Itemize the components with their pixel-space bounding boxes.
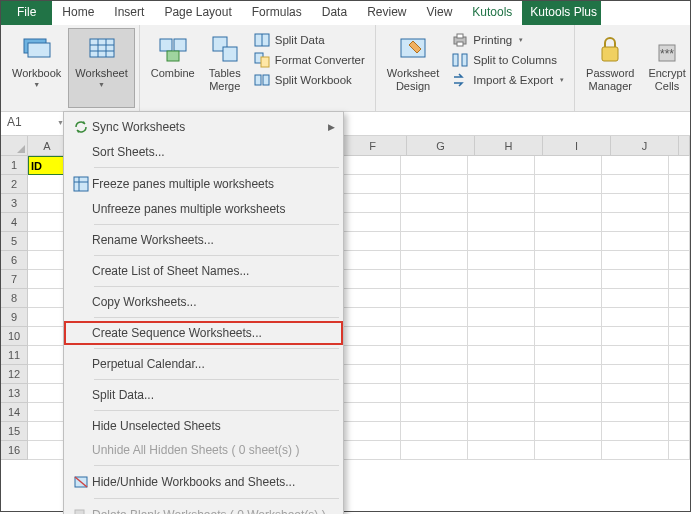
split-to-columns-button[interactable]: Split to Columns: [452, 52, 564, 68]
cell-I1[interactable]: [535, 156, 602, 175]
row-header-14[interactable]: 14: [1, 403, 28, 422]
col-header-A[interactable]: A: [28, 136, 67, 156]
tab-page-layout[interactable]: Page Layout: [154, 1, 241, 25]
row-header-13[interactable]: 13: [1, 384, 28, 403]
col-header-G[interactable]: G: [407, 136, 475, 156]
cell-A2[interactable]: [28, 175, 66, 194]
cell-J9[interactable]: [602, 308, 669, 327]
col-header-H[interactable]: H: [475, 136, 543, 156]
cell-F2[interactable]: [334, 175, 401, 194]
cell-H4[interactable]: [468, 213, 535, 232]
cell-F12[interactable]: [334, 365, 401, 384]
row-header-16[interactable]: 16: [1, 441, 28, 460]
cell-F11[interactable]: [334, 346, 401, 365]
cell-J15[interactable]: [602, 422, 669, 441]
name-box[interactable]: A1 ▼: [1, 112, 69, 135]
tab-data[interactable]: Data: [312, 1, 357, 25]
cell-H2[interactable]: [468, 175, 535, 194]
cell-G2[interactable]: [401, 175, 468, 194]
cell-I6[interactable]: [535, 251, 602, 270]
cell-F9[interactable]: [334, 308, 401, 327]
row-header-6[interactable]: 6: [1, 251, 28, 270]
tables-merge-button[interactable]: Tables Merge: [202, 28, 248, 108]
cell-H12[interactable]: [468, 365, 535, 384]
menu-item[interactable]: Rename Worksheets...: [64, 228, 343, 252]
cell-I9[interactable]: [535, 308, 602, 327]
tab-view[interactable]: View: [417, 1, 463, 25]
row-header-15[interactable]: 15: [1, 422, 28, 441]
tab-kutools[interactable]: Kutools: [462, 1, 522, 25]
workbook-button[interactable]: Workbook ▼: [5, 28, 68, 108]
cell-G13[interactable]: [401, 384, 468, 403]
combine-button[interactable]: Combine: [144, 28, 202, 108]
menu-item[interactable]: Copy Worksheets...: [64, 290, 343, 314]
password-manager-button[interactable]: Password Manager: [579, 28, 641, 108]
cell-G15[interactable]: [401, 422, 468, 441]
menu-item[interactable]: Sort Sheets...: [64, 140, 343, 164]
row-header-10[interactable]: 10: [1, 327, 28, 346]
cell-I8[interactable]: [535, 289, 602, 308]
cell-I11[interactable]: [535, 346, 602, 365]
tab-kutools-plus[interactable]: Kutools Plus: [522, 1, 601, 25]
menu-item[interactable]: Freeze panes multiple worksheets: [64, 171, 343, 197]
cell-A7[interactable]: [28, 270, 66, 289]
cell-H11[interactable]: [468, 346, 535, 365]
cell-H13[interactable]: [468, 384, 535, 403]
row-header-8[interactable]: 8: [1, 289, 28, 308]
cell-G6[interactable]: [401, 251, 468, 270]
select-all-corner[interactable]: [1, 136, 28, 156]
row-header-7[interactable]: 7: [1, 270, 28, 289]
cell-G9[interactable]: [401, 308, 468, 327]
printing-button[interactable]: Printing ▾: [452, 32, 564, 48]
cell-F15[interactable]: [334, 422, 401, 441]
cell-I3[interactable]: [535, 194, 602, 213]
cell-A10[interactable]: [28, 327, 66, 346]
cell-F1[interactable]: [334, 156, 401, 175]
tab-review[interactable]: Review: [357, 1, 416, 25]
cell-G7[interactable]: [401, 270, 468, 289]
cell-G1[interactable]: [401, 156, 468, 175]
cell-H8[interactable]: [468, 289, 535, 308]
cell-A16[interactable]: [28, 441, 66, 460]
cell-A13[interactable]: [28, 384, 66, 403]
row-header-12[interactable]: 12: [1, 365, 28, 384]
cell-J1[interactable]: [602, 156, 669, 175]
cell-J4[interactable]: [602, 213, 669, 232]
cell-I13[interactable]: [535, 384, 602, 403]
col-header-F[interactable]: F: [339, 136, 407, 156]
encrypt-cells-button[interactable]: *** Encrypt Cells: [641, 28, 692, 108]
cell-J5[interactable]: [602, 232, 669, 251]
row-header-2[interactable]: 2: [1, 175, 28, 194]
cell-F14[interactable]: [334, 403, 401, 422]
cell-H14[interactable]: [468, 403, 535, 422]
cell-F6[interactable]: [334, 251, 401, 270]
cell-I5[interactable]: [535, 232, 602, 251]
cell-A3[interactable]: [28, 194, 66, 213]
cell-J13[interactable]: [602, 384, 669, 403]
col-header-I[interactable]: I: [543, 136, 611, 156]
cell-F3[interactable]: [334, 194, 401, 213]
worksheet-design-button[interactable]: Worksheet Design: [380, 28, 446, 108]
cell-H15[interactable]: [468, 422, 535, 441]
menu-item[interactable]: Sync Worksheets▶: [64, 114, 343, 140]
cell-G11[interactable]: [401, 346, 468, 365]
cell-F13[interactable]: [334, 384, 401, 403]
worksheet-button[interactable]: Worksheet ▼: [68, 28, 134, 108]
cell-F4[interactable]: [334, 213, 401, 232]
cell-F16[interactable]: [334, 441, 401, 460]
format-converter-button[interactable]: Format Converter: [254, 52, 365, 68]
cell-J7[interactable]: [602, 270, 669, 289]
menu-item[interactable]: Hide Unselected Sheets: [64, 414, 343, 438]
cell-G16[interactable]: [401, 441, 468, 460]
cell-H5[interactable]: [468, 232, 535, 251]
cell-I12[interactable]: [535, 365, 602, 384]
cell-J3[interactable]: [602, 194, 669, 213]
row-header-3[interactable]: 3: [1, 194, 28, 213]
cell-H6[interactable]: [468, 251, 535, 270]
row-header-11[interactable]: 11: [1, 346, 28, 365]
cell-I7[interactable]: [535, 270, 602, 289]
cell-G10[interactable]: [401, 327, 468, 346]
cell-J10[interactable]: [602, 327, 669, 346]
cell-J8[interactable]: [602, 289, 669, 308]
row-header-9[interactable]: 9: [1, 308, 28, 327]
